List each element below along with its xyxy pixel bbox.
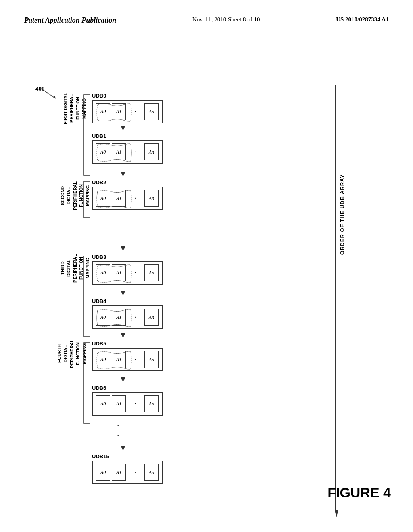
udb15-cell-a1: A1 <box>112 464 126 481</box>
arrow-4-5 <box>119 323 127 339</box>
udb5-dots: · <box>129 355 141 364</box>
udb6-cell-an: An <box>144 395 159 412</box>
udb15-block: UDB15 A0 A1 · An <box>92 453 163 484</box>
udb3-label: UDB3 <box>92 254 163 260</box>
udb4-cell-a0: A0 <box>96 309 110 326</box>
udb3-block: UDB3 A0 A1 · An <box>92 254 163 285</box>
udb0-cell-an: An <box>144 103 159 120</box>
ref-arrow <box>44 90 60 102</box>
udb1-dots: · <box>129 148 141 156</box>
udb6-block: UDB6 A0 A1 · An <box>92 385 163 416</box>
arrow-6-15 <box>119 424 127 452</box>
udb2-dots: · <box>129 194 141 203</box>
udb1-label: UDB1 <box>92 133 163 139</box>
page-header: Patent Application Publication Nov. 11, … <box>0 0 413 33</box>
udb15-label: UDB15 <box>92 453 163 459</box>
svg-marker-10 <box>121 291 125 295</box>
arrow-1-2 <box>119 158 127 178</box>
arrow-5-6 <box>119 366 127 384</box>
udb2-cell-an: An <box>144 190 159 207</box>
udb15-cell-a0: A0 <box>96 464 110 481</box>
udb1-block: UDB1 A0 A1 · An <box>92 133 163 164</box>
first-mapping-bracket <box>80 93 92 177</box>
udb3-cell-an: An <box>144 264 159 281</box>
svg-marker-16 <box>121 446 125 451</box>
udb5-cell-an: An <box>144 351 159 368</box>
publication-title: Patent Application Publication <box>24 16 116 25</box>
svg-marker-14 <box>121 377 125 382</box>
udb2-label: UDB2 <box>92 179 163 185</box>
udb0-cell-a0: A0 <box>96 103 110 120</box>
svg-marker-4 <box>121 126 125 131</box>
right-line-arrow <box>331 510 339 518</box>
udb6-dots: · <box>129 400 141 408</box>
udb5-label: UDB5 <box>92 341 163 347</box>
arrow-2-3 <box>119 204 127 253</box>
svg-marker-8 <box>121 246 125 251</box>
right-border-line <box>335 85 336 512</box>
figure-area: 400 ORDER OF THE UDB ARRAY FIGURE 4 FIRS… <box>0 33 413 525</box>
udb0-dots: · <box>129 108 141 116</box>
udb3-dots: · <box>129 269 141 277</box>
arrow-0-1 <box>119 118 127 132</box>
udb2-cell-a0: A0 <box>96 190 110 207</box>
udb4-block: UDB4 A0 A1 · An <box>92 298 163 329</box>
udb4-label: UDB4 <box>92 298 163 304</box>
arrow-3-4 <box>119 279 127 297</box>
udb6-cell-a0: A0 <box>96 395 110 412</box>
udb4-dots: · <box>129 313 141 322</box>
svg-marker-12 <box>121 333 125 338</box>
udb3-cell-a0: A0 <box>96 264 110 281</box>
udb6-label: UDB6 <box>92 385 163 391</box>
udb6-cell-a1: A1 <box>112 395 126 412</box>
second-mapping-bracket <box>80 179 92 220</box>
figure-label: FIGURE 4 <box>327 485 391 501</box>
udb0-label: UDB0 <box>92 93 163 99</box>
patent-number: US 2010/0287334 A1 <box>336 16 389 23</box>
udb1-cell-an: An <box>144 143 159 160</box>
udb15-cell-an: An <box>144 464 159 481</box>
udb15-dots: · <box>129 468 141 477</box>
udb2-block: UDB2 A0 A1 · An <box>92 179 163 210</box>
order-label: ORDER OF THE UDB ARRAY <box>339 174 345 255</box>
udb1-cell-a0: A0 <box>96 143 110 160</box>
svg-marker-2 <box>335 510 338 517</box>
udb4-cell-an: An <box>144 309 159 326</box>
third-mapping-bracket <box>80 254 92 339</box>
udb5-block: UDB5 A0 A1 · An <box>92 341 163 371</box>
udb5-cell-a0: A0 <box>96 351 110 368</box>
fourth-mapping-bracket <box>80 341 92 425</box>
sheet-info: Nov. 11, 2010 Sheet 8 of 10 <box>192 16 260 23</box>
udb0-block: UDB0 A0 A1 · An <box>92 93 163 123</box>
svg-marker-6 <box>121 172 125 177</box>
